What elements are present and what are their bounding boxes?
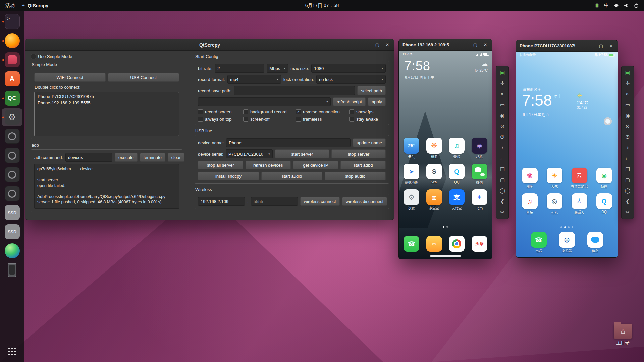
- volume-up-icon[interactable]: ♪: [622, 142, 633, 153]
- app-music[interactable]: ♫音乐: [445, 138, 468, 159]
- app-switch-icon[interactable]: ❐: [622, 164, 633, 174]
- start-server-button[interactable]: start server: [275, 149, 329, 158]
- dock-device-1[interactable]: [2, 127, 22, 145]
- dock-qtcreator[interactable]: QC: [2, 89, 22, 107]
- maximize-button[interactable]: ▢: [471, 41, 480, 49]
- close-button[interactable]: ✕: [383, 41, 392, 49]
- touch-icon[interactable]: ▭: [622, 100, 633, 110]
- frameless-checkbox[interactable]: frameless: [296, 117, 347, 122]
- dock-firefox[interactable]: [2, 32, 22, 50]
- show-fps-checkbox[interactable]: show fps: [349, 109, 373, 114]
- dock-settings[interactable]: ⚙: [2, 108, 22, 126]
- app-music[interactable]: ♫音乐: [517, 193, 542, 215]
- phone2-weather-widget[interactable]: ☀ 24°C 31 / 22: [577, 92, 588, 110]
- wireless-ip-input[interactable]: [198, 197, 245, 206]
- phone-app-icon[interactable]: ☎: [404, 236, 419, 252]
- minimize-button[interactable]: −: [461, 41, 470, 49]
- fullscreen-icon[interactable]: ✛: [497, 78, 508, 88]
- dock-files[interactable]: [2, 51, 22, 69]
- script-combo[interactable]: ▾: [198, 97, 331, 106]
- screenshot-icon[interactable]: ✂: [622, 207, 633, 217]
- phone2-screen[interactable]: 未插卡自营 早上7:58 浦东新区 ⌖ 7:58早上 ☀ 24°C 31 / 2…: [516, 52, 618, 257]
- bit-rate-unit-combo[interactable]: Mbps▾: [267, 64, 288, 73]
- clear-button[interactable]: clear: [168, 153, 184, 162]
- app-messages[interactable]: 信息: [587, 232, 603, 253]
- record-format-combo[interactable]: mp4▾: [227, 75, 281, 84]
- maximize-button[interactable]: ▢: [373, 41, 382, 49]
- screen-group-icon[interactable]: ▣: [497, 67, 508, 78]
- stop-all-server-button[interactable]: stop all server: [198, 161, 243, 169]
- back-circle-icon[interactable]: ◯: [497, 185, 508, 196]
- phone2-titlebar[interactable]: Phone-P7CDU17C23010875 − ▢ ✕: [516, 40, 618, 52]
- max-size-combo[interactable]: 1080▾: [311, 64, 386, 73]
- dock-device-3[interactable]: [2, 166, 22, 183]
- app-menu[interactable]: ✦ QtScrcpy: [21, 3, 48, 8]
- dock-device-2[interactable]: [2, 146, 22, 164]
- screen-off-icon[interactable]: ⊘: [497, 121, 508, 131]
- volume-icon[interactable]: [624, 3, 629, 8]
- device-name-input[interactable]: [226, 138, 351, 147]
- app-camera[interactable]: ◉相机: [468, 138, 491, 159]
- lock-orientation-combo[interactable]: no lock▾: [316, 75, 386, 84]
- app-phone[interactable]: ☎电话: [531, 232, 547, 253]
- dock-globe-app[interactable]: [2, 242, 22, 260]
- app-gallery[interactable]: ❋相册: [423, 138, 446, 159]
- qtscrcpy-titlebar[interactable]: QtScrcpy − ▢ ✕: [25, 39, 394, 51]
- app-seal[interactable]: SSeal: [423, 164, 446, 185]
- app-youdao-note[interactable]: 云有道云笔记: [567, 168, 592, 189]
- app-qq[interactable]: QQQ: [445, 164, 468, 185]
- adb-command-input[interactable]: [65, 153, 112, 162]
- dock-terminal[interactable]: >_: [2, 13, 22, 31]
- apply-button[interactable]: apply: [368, 97, 386, 106]
- phone2-clock-widget[interactable]: 7:58早上: [522, 91, 562, 109]
- adb-log[interactable]: ga7d65ylnj6xinhm device start server... …: [34, 164, 179, 209]
- app-weather[interactable]: 25°天气: [400, 138, 423, 159]
- app-contacts[interactable]: 人联系人: [567, 193, 592, 215]
- always-on-top-checkbox[interactable]: always on top: [198, 117, 241, 122]
- chrome-app-icon[interactable]: [449, 236, 465, 252]
- stop-audio-button[interactable]: stop audio: [325, 172, 386, 180]
- record-save-path-input[interactable]: [234, 86, 355, 95]
- volume-up-icon[interactable]: ♪: [497, 142, 508, 153]
- assistive-ball[interactable]: [604, 117, 612, 125]
- dock-device-4[interactable]: [2, 185, 22, 202]
- back-icon[interactable]: ❮: [622, 196, 633, 206]
- app-settings[interactable]: ⚙设置: [400, 189, 423, 211]
- app-switch-icon[interactable]: ❐: [497, 164, 508, 174]
- update-name-button[interactable]: update name: [353, 138, 386, 147]
- select-path-button[interactable]: select path: [357, 86, 386, 95]
- app-weather[interactable]: ☀天气: [542, 168, 567, 189]
- wifi-connect-button[interactable]: WIFI Connect: [34, 73, 106, 82]
- screenshot-icon[interactable]: ✂: [497, 207, 508, 217]
- power-icon[interactable]: ⏻: [497, 132, 508, 142]
- close-button[interactable]: ✕: [607, 42, 615, 50]
- home-icon[interactable]: ▢: [622, 175, 633, 185]
- screen-off-icon[interactable]: ⊘: [622, 121, 633, 131]
- minimize-button[interactable]: −: [587, 42, 595, 50]
- install-sndcpy-button[interactable]: install sndcpy: [198, 172, 259, 180]
- back-icon[interactable]: ❮: [497, 196, 508, 206]
- phone1-screen[interactable]: 396K/s 7:58 6月17日 周五上午 ☁ 阴 25°C 25°天气 ❋相…: [399, 51, 492, 259]
- app-changlian[interactable]: ◉畅连: [592, 168, 616, 189]
- app-feishu[interactable]: ✦飞书: [468, 189, 491, 211]
- dock-phone-device[interactable]: [2, 261, 22, 279]
- toutiao-app-icon[interactable]: 头条: [472, 236, 487, 252]
- app-gallery[interactable]: ❀图库: [517, 168, 542, 189]
- reverse-connection-checkbox[interactable]: ✓reverse connection: [296, 109, 347, 114]
- refresh-script-button[interactable]: refresh script: [333, 97, 366, 106]
- minimize-button[interactable]: −: [363, 41, 372, 49]
- dock-ubuntu-software[interactable]: A: [2, 70, 22, 88]
- show-screen-icon[interactable]: ◉: [622, 110, 633, 121]
- close-button[interactable]: ✕: [481, 41, 490, 49]
- home-folder[interactable]: ⌂ 主目录: [612, 324, 634, 346]
- input-method-indicator[interactable]: 中: [604, 3, 609, 9]
- app-wechat[interactable]: 微信: [468, 164, 491, 185]
- clock-menu[interactable]: 6月17日 07：58: [305, 3, 339, 8]
- bit-rate-input[interactable]: [215, 64, 264, 73]
- maximize-button[interactable]: ▢: [597, 42, 605, 50]
- usb-connect-button[interactable]: USB Connect: [108, 73, 179, 82]
- touch-icon[interactable]: ▭: [497, 100, 508, 110]
- app-qq[interactable]: QQQ: [592, 193, 616, 215]
- wireless-port-input[interactable]: [251, 197, 298, 206]
- device-list[interactable]: Phone-P7CDU17C23010875 Phone-192.168.2.1…: [34, 92, 179, 136]
